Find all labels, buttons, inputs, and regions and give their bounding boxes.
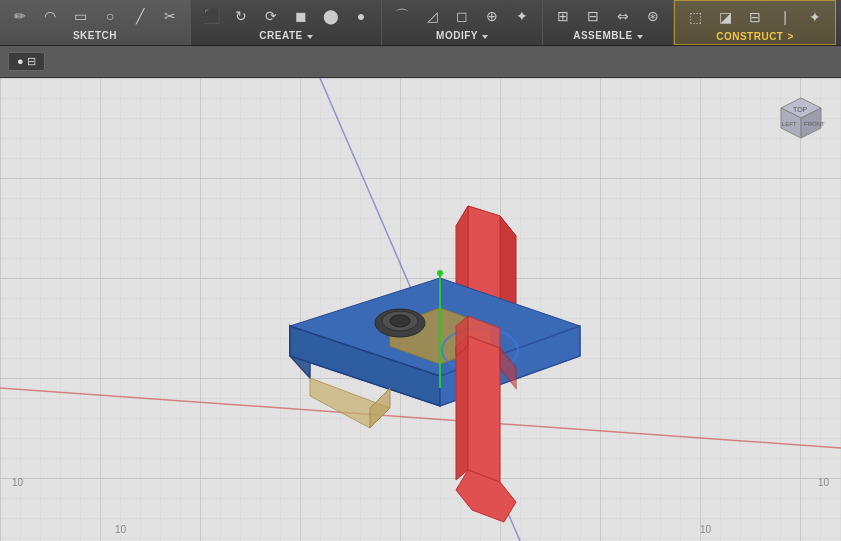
construct-tool-midplane-icon[interactable]: ⊟: [741, 3, 769, 31]
toolbar-group-sketch[interactable]: ✏ ◠ ▭ ○ ╱ ✂ SKETCH: [0, 0, 191, 45]
create-tool-box-icon[interactable]: ◼: [287, 2, 315, 30]
canvas-area[interactable]: 10 10 10 10: [0, 78, 841, 541]
sketch-tool-trim-icon[interactable]: ✂: [156, 2, 184, 30]
modify-label: MODIFY: [436, 30, 488, 41]
sketch-finish-icon: ● ⊟: [17, 55, 36, 68]
viewcube[interactable]: TOP LEFT FRONT: [771, 88, 831, 148]
create-tool-cyl-icon[interactable]: ⬤: [317, 2, 345, 30]
modify-tool-move-icon[interactable]: ✦: [508, 2, 536, 30]
assemble-label: ASSEMBLE: [573, 30, 643, 41]
assemble-tool-pin-icon[interactable]: ⊛: [639, 2, 667, 30]
sketch-finish-button[interactable]: ● ⊟: [8, 52, 45, 71]
construct-tool-offset-plane-icon[interactable]: ⬚: [681, 3, 709, 31]
create-chevron-icon: [307, 35, 313, 39]
sketch-bar: ● ⊟: [0, 46, 841, 78]
construct-label: CONSTRUCT >: [716, 31, 794, 42]
sketch-tool-pencil-icon[interactable]: ✏: [6, 2, 34, 30]
svg-marker-28: [468, 336, 500, 482]
assemble-tool-slider-icon[interactable]: ⇔: [609, 2, 637, 30]
svg-text:TOP: TOP: [793, 106, 808, 113]
3d-model: [0, 78, 841, 541]
sketch-label: SKETCH: [73, 30, 117, 41]
modify-chevron-icon: [482, 35, 488, 39]
sketch-tool-arc-icon[interactable]: ◠: [36, 2, 64, 30]
svg-marker-19: [370, 388, 390, 428]
svg-point-22: [390, 315, 410, 327]
toolbar-group-construct[interactable]: ⬚ ◪ ⊟ | ✦ CONSTRUCT >: [674, 0, 836, 45]
create-tool-revolve-icon[interactable]: ↻: [227, 2, 255, 30]
assemble-chevron-icon: [637, 35, 643, 39]
svg-marker-27: [456, 336, 468, 480]
create-tool-sphere-icon[interactable]: ●: [347, 2, 375, 30]
create-tool-sweep-icon[interactable]: ⟳: [257, 2, 285, 30]
sketch-tool-line-icon[interactable]: ╱: [126, 2, 154, 30]
modify-tool-fillet-icon[interactable]: ⌒: [388, 2, 416, 30]
svg-text:FRONT: FRONT: [804, 121, 825, 127]
toolbar-group-modify[interactable]: ⌒ ◿ ◻ ⊕ ✦ MODIFY: [382, 0, 543, 45]
construct-tool-point-icon[interactable]: ✦: [801, 3, 829, 31]
create-label: CREATE: [259, 30, 312, 41]
modify-tool-chamfer-icon[interactable]: ◿: [418, 2, 446, 30]
svg-text:LEFT: LEFT: [782, 121, 797, 127]
construct-chevron-text: >: [787, 31, 793, 42]
sketch-tool-circle-icon[interactable]: ○: [96, 2, 124, 30]
toolbar-group-inspect[interactable]: 📐 ◫ ⊟ INSPECT: [836, 0, 841, 45]
sketch-tool-rect-icon[interactable]: ▭: [66, 2, 94, 30]
toolbar-group-create[interactable]: ⬛ ↻ ⟳ ◼ ⬤ ● CREATE: [191, 0, 382, 45]
viewcube-icon: TOP LEFT FRONT: [771, 88, 831, 148]
construct-tool-axis-icon[interactable]: |: [771, 3, 799, 31]
svg-point-24: [437, 270, 443, 276]
assemble-tool-rigid-icon[interactable]: ⊟: [579, 2, 607, 30]
create-tool-extrude-icon[interactable]: ⬛: [197, 2, 225, 30]
construct-tool-angle-plane-icon[interactable]: ◪: [711, 3, 739, 31]
main-toolbar: ✏ ◠ ▭ ○ ╱ ✂ SKETCH ⬛ ↻ ⟳ ◼ ⬤ ● CREATE ⌒ …: [0, 0, 841, 46]
modify-tool-combine-icon[interactable]: ⊕: [478, 2, 506, 30]
svg-marker-29: [456, 470, 516, 522]
modify-tool-shell-icon[interactable]: ◻: [448, 2, 476, 30]
assemble-tool-joint-icon[interactable]: ⊞: [549, 2, 577, 30]
toolbar-group-assemble[interactable]: ⊞ ⊟ ⇔ ⊛ ASSEMBLE: [543, 0, 674, 45]
